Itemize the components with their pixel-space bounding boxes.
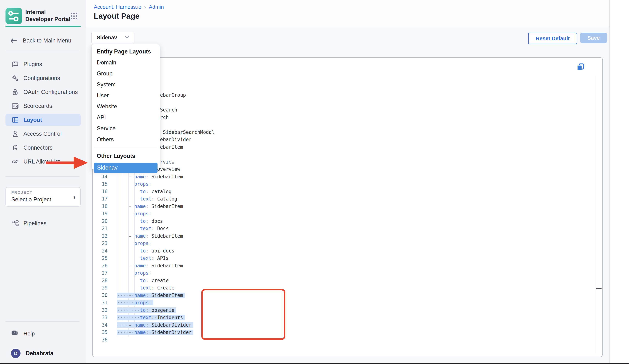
chevron-right-icon: › bbox=[73, 193, 75, 201]
editor-scrollbar-track[interactable] bbox=[596, 76, 596, 354]
sidebar-item-access-control[interactable]: Access Control bbox=[5, 128, 81, 140]
sidebar-item-pipelines[interactable]: Pipelines bbox=[5, 218, 81, 229]
user-menu[interactable]: D Debabrata bbox=[5, 348, 81, 359]
code-line[interactable]: 7 children: bbox=[93, 121, 595, 128]
sidebar-item-configurations[interactable]: Configurations bbox=[5, 72, 81, 84]
sidebar-item-help[interactable]: ? Help bbox=[5, 328, 81, 340]
code-line[interactable]: 5 label: Search bbox=[93, 106, 595, 114]
code-line[interactable]: 18 - name: SidebarItem bbox=[93, 203, 595, 210]
copy-icon[interactable] bbox=[577, 63, 585, 71]
url-allow-list-icon bbox=[12, 158, 19, 165]
code-line[interactable]: 23 props: bbox=[93, 240, 595, 247]
sidebar-item-oauth-configurations[interactable]: OAuth Configurations bbox=[5, 86, 81, 98]
code-line[interactable]: 4 props: bbox=[93, 99, 595, 106]
sidebar-item-label: Access Control bbox=[23, 130, 62, 137]
pipelines-icon bbox=[12, 220, 19, 227]
avatar: D bbox=[10, 348, 21, 359]
code-line[interactable]: 11 props: bbox=[93, 151, 595, 158]
breadcrumb: Account: Harness.io › Admin bbox=[94, 4, 164, 10]
sidebar-item-plugins[interactable]: Plugins bbox=[5, 58, 81, 70]
project-selector[interactable]: PROJECT Select a Project › bbox=[5, 187, 81, 207]
code-line[interactable]: 26 - name: SidebarItem bbox=[93, 262, 595, 269]
line-number: 35 bbox=[93, 330, 108, 335]
dropdown-item-domain[interactable]: Domain bbox=[92, 57, 160, 68]
code-line[interactable]: 33········text:·Incidents bbox=[93, 314, 595, 321]
dropdown-item-sidenav-selected[interactable]: Sidenav bbox=[94, 163, 157, 173]
editor-scrollbar-thumb[interactable] bbox=[596, 288, 602, 289]
code-line[interactable]: 8 - name: SidebarSearchModal bbox=[93, 128, 595, 136]
code-line[interactable]: 17 text: Catalog bbox=[93, 195, 595, 203]
code-line[interactable]: 3 - name: SidebarGroup bbox=[93, 91, 595, 99]
sidebar-divider-middle bbox=[5, 176, 79, 177]
code-line[interactable]: 30····-·name:·SidebarItem bbox=[93, 292, 595, 299]
code-line[interactable]: 16 to: catalog bbox=[93, 188, 595, 195]
code-line[interactable]: 14 - name: SidebarItem bbox=[93, 173, 595, 181]
code-line[interactable]: 24 to: api-docs bbox=[93, 247, 595, 255]
line-number: 27 bbox=[93, 270, 108, 276]
breadcrumb-admin-link[interactable]: Admin bbox=[149, 4, 164, 10]
plugins-icon bbox=[12, 61, 19, 68]
code-line[interactable]: 2 children: bbox=[93, 84, 595, 92]
connectors-icon bbox=[12, 144, 19, 151]
code-line[interactable]: 13 text: Overview bbox=[93, 165, 595, 173]
app-switcher-grid-icon[interactable] bbox=[70, 12, 78, 20]
code-line[interactable]: 21 text: Docs bbox=[93, 225, 595, 232]
layout-type-select-value: Sidenav bbox=[97, 35, 117, 41]
pipelines-label: Pipelines bbox=[23, 220, 46, 227]
main-content: Account: Harness.io › Admin Layout Page … bbox=[86, 0, 629, 364]
sidebar-item-layout[interactable]: Layout bbox=[5, 114, 81, 126]
code-line[interactable]: 34····-·name:·SidebarDivider bbox=[93, 321, 595, 329]
dropdown-item-user[interactable]: User bbox=[92, 90, 160, 101]
svg-text:?: ? bbox=[13, 331, 15, 334]
dropdown-item-others[interactable]: Others bbox=[92, 134, 160, 145]
sidebar-item-scorecards[interactable]: Scorecards bbox=[5, 100, 81, 112]
sidebar-item-connectors[interactable]: Connectors bbox=[5, 142, 81, 154]
back-arrow-icon bbox=[10, 38, 17, 43]
dropdown-item-website[interactable]: Website bbox=[92, 101, 160, 112]
dropdown-item-api[interactable]: API bbox=[92, 112, 160, 123]
dropdown-divider bbox=[95, 148, 157, 148]
layout-type-select[interactable]: Sidenav bbox=[91, 32, 135, 43]
line-number: 23 bbox=[93, 241, 108, 246]
sidebar-item-label: OAuth Configurations bbox=[23, 89, 78, 95]
oauth-lock-icon bbox=[12, 89, 19, 96]
dropdown-item-group[interactable]: Group bbox=[92, 68, 160, 79]
code-line[interactable]: 12 to: overview bbox=[93, 158, 595, 166]
dropdown-item-service[interactable]: Service bbox=[92, 123, 160, 134]
back-to-main-menu[interactable]: Back to Main Menu bbox=[5, 35, 81, 46]
code-line[interactable]: 1page: bbox=[93, 77, 595, 84]
save-button[interactable]: Save bbox=[580, 33, 607, 43]
code-line[interactable]: 29 text: Create bbox=[93, 284, 595, 292]
line-number: 30 bbox=[93, 293, 108, 298]
code-line[interactable]: 31······props: bbox=[93, 299, 595, 307]
layout-type-dropdown-menu: Entity Page LayoutsDomainGroupSystemUser… bbox=[92, 44, 160, 169]
code-line[interactable]: 9 - name: SidebarDivider bbox=[93, 136, 595, 143]
dropdown-item-system[interactable]: System bbox=[92, 79, 160, 90]
code-line[interactable]: 28 to: create bbox=[93, 277, 595, 284]
code-line[interactable]: 27 props: bbox=[93, 269, 595, 277]
code-line[interactable]: 10 - name: SidebarItem bbox=[93, 143, 595, 151]
reset-default-button[interactable]: Reset Default bbox=[528, 33, 577, 44]
dropdown-section-entity-page-layouts: Entity Page Layouts bbox=[92, 46, 160, 57]
app-title: Internal Developer Portal bbox=[25, 9, 71, 23]
sidebar-item-label: Layout bbox=[23, 117, 42, 123]
code-line[interactable]: 19 props: bbox=[93, 210, 595, 218]
code-line[interactable]: 32········to:·opsgenie bbox=[93, 307, 595, 314]
code-editor[interactable]: 1page:2 children:3 - name: SidebarGroup4… bbox=[93, 77, 595, 344]
sidebar-nav: PluginsConfigurationsOAuth Configuration… bbox=[5, 58, 81, 168]
breadcrumb-separator-icon: › bbox=[144, 4, 146, 10]
code-line[interactable]: 25 text: APIs bbox=[93, 254, 595, 262]
code-line[interactable]: 20 to: docs bbox=[93, 218, 595, 225]
sidebar-item-url-allow-list[interactable]: URL Allow List bbox=[5, 156, 81, 168]
code-line[interactable]: 6 to: search bbox=[93, 114, 595, 121]
user-name: Debabrata bbox=[26, 350, 53, 357]
layout-icon bbox=[12, 117, 19, 123]
code-line[interactable]: 36 bbox=[93, 336, 595, 344]
code-line[interactable]: 15 props: bbox=[93, 180, 595, 188]
code-line[interactable]: 22 - name: SidebarItem bbox=[93, 232, 595, 240]
line-number: 14 bbox=[93, 174, 108, 179]
project-label: PROJECT bbox=[11, 190, 32, 195]
breadcrumb-account-link[interactable]: Account: Harness.io bbox=[94, 4, 142, 10]
help-label: Help bbox=[23, 331, 35, 337]
code-line[interactable]: 35····-·name:·SidebarDivider bbox=[93, 329, 595, 336]
